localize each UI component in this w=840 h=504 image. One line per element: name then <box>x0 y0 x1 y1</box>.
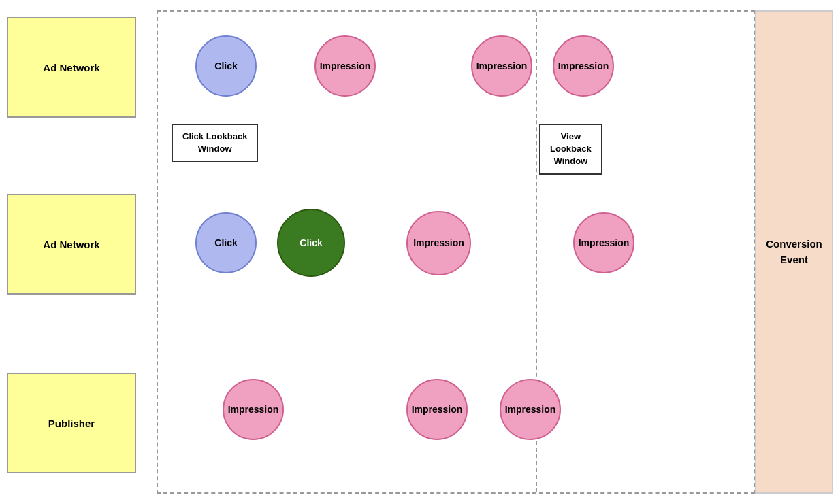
circle-impression-1-1: Impression <box>314 35 376 97</box>
ad-network-1-box: Ad Network <box>7 17 136 118</box>
circle-impression-1-2: Impression <box>471 35 532 97</box>
circle-impression-1-3: Impression <box>553 35 614 97</box>
diagram-container: Ad Network Ad Network Publisher Click Lo… <box>7 7 833 497</box>
circle-click-2-2: Click <box>277 209 345 277</box>
circle-impression-3-3: Impression <box>500 379 561 440</box>
ad-network-2-box: Ad Network <box>7 194 136 295</box>
circle-impression-2-2: Impression <box>573 212 634 273</box>
main-area: Click LookbackWindow ViewLookbackWindow … <box>157 10 755 494</box>
circle-impression-3-2: Impression <box>406 379 468 440</box>
circle-impression-3-1: Impression <box>223 379 284 440</box>
circle-click-2-1: Click <box>195 212 257 273</box>
view-lookback-window: ViewLookbackWindow <box>539 124 602 175</box>
click-lookback-window: Click LookbackWindow <box>172 124 258 162</box>
publisher-box: Publisher <box>7 373 136 473</box>
conversion-event-sidebar: ConversionEvent <box>755 10 833 494</box>
circle-click-1: Click <box>195 35 257 97</box>
left-column: Ad Network Ad Network Publisher <box>7 7 153 497</box>
circle-impression-2-1: Impression <box>406 211 471 275</box>
